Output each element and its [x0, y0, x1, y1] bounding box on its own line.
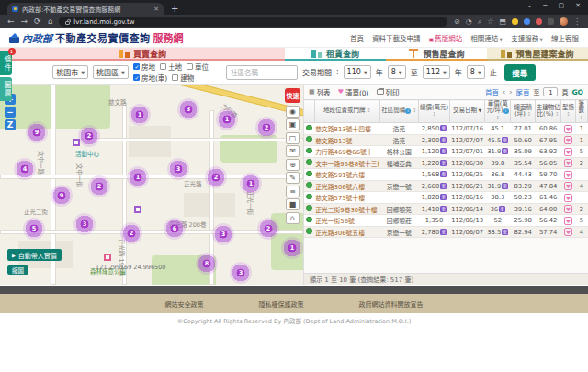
menu-item-線上客服[interactable]: 線上客服	[551, 33, 579, 43]
print-button[interactable]: 列印	[377, 87, 400, 97]
sort-desc-icon[interactable]: ▼	[477, 107, 481, 113]
price-cluster-marker[interactable]: 5	[23, 218, 45, 240]
profile-avatar[interactable]	[560, 17, 568, 26]
price-cluster-marker[interactable]: 9	[51, 185, 73, 207]
price-cluster-marker[interactable]: 3	[230, 262, 252, 284]
price-cluster-marker[interactable]: 1	[216, 108, 238, 130]
last-page-button[interactable]: 尾頁	[515, 87, 529, 97]
price-cluster-marker[interactable]: 3	[167, 158, 189, 180]
checkbox-房地[interactable]: 房地	[133, 62, 155, 72]
locate-on-map-icon[interactable]	[306, 148, 312, 154]
list-view-button[interactable]: ▦ 列表	[309, 87, 331, 97]
address-cell[interactable]: 慈文路813號十四樓	[314, 123, 379, 135]
zoom-out-button[interactable]: −	[5, 107, 16, 118]
checkbox-icon[interactable]	[172, 74, 178, 81]
saved-list-button[interactable]: ♥ 清單(0)	[338, 87, 369, 97]
address-cell[interactable]: 力行路469巷66號十一樓	[314, 146, 379, 158]
reload-icon[interactable]: ⟳	[34, 15, 41, 28]
locate-on-map-icon[interactable]	[306, 125, 312, 131]
tab-close-icon[interactable]: ✕	[153, 6, 159, 13]
parking-note-icon[interactable]: 車	[440, 148, 447, 154]
thumbnail-button[interactable]: 縮圖	[7, 265, 28, 275]
menu-icon[interactable]: ≡	[286, 186, 300, 197]
parking-note-icon[interactable]: 車	[440, 160, 447, 166]
favorite-heart-icon[interactable]: ♥	[564, 217, 572, 225]
menu-item-相關連結[interactable]: 相關連結▼	[470, 33, 503, 43]
address-bar[interactable]: lvr.land.moi.gov.tw	[59, 17, 447, 27]
favorite-heart-icon[interactable]: ♥	[564, 159, 572, 167]
column-header-型態[interactable]: 型態 ↕	[561, 100, 575, 123]
history-extension-icon[interactable]: ◔	[466, 17, 472, 26]
month-from-select[interactable]: 8▼	[388, 65, 406, 79]
map-canvas[interactable]: + − Z 快速 ◉▣▢✉⊕✎≡■⌂ ▶ 自動帶入實價 縮圖 121.29916…	[0, 85, 303, 285]
price-cluster-marker[interactable]: 8	[196, 253, 218, 275]
address-cell[interactable]: 正光路306號五樓	[314, 226, 379, 238]
tab-buy-query[interactable]: 買賣查詢	[0, 48, 285, 61]
sort-icon[interactable]: ↕	[432, 111, 436, 117]
favorite-heart-icon[interactable]: ♥	[564, 136, 572, 144]
locate-icon[interactable]: ⊕	[286, 159, 300, 171]
column-header-總面積(坪)[interactable]: 總面積(坪) ↕	[511, 100, 535, 123]
year-from-select[interactable]: 110▼	[344, 65, 371, 79]
favorite-heart-icon[interactable]: ♥	[564, 228, 572, 236]
parking-note-icon[interactable]: 車	[440, 229, 447, 235]
home-icon[interactable]: ⌂	[48, 15, 53, 28]
info-icon[interactable]: i	[503, 108, 509, 114]
address-cell[interactable]: 慈文路813號	[314, 134, 379, 146]
sort-icon[interactable]: ↕	[553, 111, 559, 117]
price-cluster-marker[interactable]: 2	[120, 222, 142, 244]
address-cell[interactable]: 正光路306號六樓	[314, 180, 379, 192]
locate-on-map-icon[interactable]	[306, 182, 312, 188]
go-button[interactable]: GO	[571, 88, 583, 96]
tab-rent-query[interactable]: 租賃查詢	[285, 48, 386, 61]
checkbox-土地[interactable]: 土地	[160, 62, 182, 72]
locate-on-map-icon[interactable]	[306, 159, 312, 165]
column-header-地段位置或門牌[interactable]: 地段位置或門牌 ↕	[314, 100, 379, 123]
landmark-icon[interactable]: ⌂	[286, 212, 300, 224]
locate-on-map-icon[interactable]	[306, 171, 312, 177]
footer-link-政府網站資料開放宣告[interactable]: 政府網站資料開放宣告	[359, 299, 424, 309]
favorite-heart-icon[interactable]: ♥	[564, 205, 572, 213]
bookmark-star-icon[interactable]: ☆	[487, 17, 493, 26]
menu-item-支援服務[interactable]: 支援服務▼	[511, 33, 543, 43]
first-page-button[interactable]: 首頁	[485, 87, 499, 97]
checkbox-icon[interactable]	[160, 63, 166, 70]
back-icon[interactable]: ←	[7, 15, 15, 28]
puzzle-extensions-icon[interactable]: ⬒	[499, 17, 506, 26]
favorite-heart-icon[interactable]: ♥	[564, 182, 572, 190]
locate-on-map-icon[interactable]	[306, 194, 312, 200]
site-logo[interactable]: 內政部 不動產交易實價查詢 服務網	[9, 30, 184, 45]
checkbox-icon[interactable]	[187, 63, 193, 70]
search-button[interactable]: 搜尋	[504, 64, 536, 81]
layers-icon[interactable]: ■	[286, 198, 300, 210]
forward-icon[interactable]: →	[21, 15, 28, 28]
address-cell[interactable]: 慈文路575號十樓	[314, 192, 379, 204]
price-cluster-marker[interactable]: 9	[26, 121, 48, 143]
checkbox-checked-icon[interactable]	[133, 63, 140, 70]
single-transaction-marker[interactable]	[134, 206, 141, 213]
sort-icon[interactable]: ↕	[580, 115, 584, 120]
minimize-button[interactable]: ─	[543, 2, 547, 9]
page-number-input[interactable]: 1	[543, 87, 558, 96]
price-cluster-marker[interactable]: 6	[164, 218, 186, 240]
column-header-單價(萬元/坪)[interactable]: 單價(萬元/坪)i ↕	[484, 100, 511, 123]
extension-yellow-icon[interactable]	[512, 18, 518, 25]
menu-item-舊版網站[interactable]: 舊版網站	[429, 33, 463, 43]
price-cluster-marker[interactable]: 4	[14, 158, 36, 180]
column-header-社區簡稱[interactable]: 社區簡稱i ↕	[379, 100, 418, 123]
sort-icon[interactable]: ↕	[495, 115, 500, 120]
sort-icon[interactable]: ↕	[566, 111, 571, 117]
tab-search-icon[interactable]: ⌄	[526, 2, 532, 9]
district-select[interactable]: 桃園區▼	[93, 65, 129, 79]
price-cluster-marker[interactable]: 3	[74, 213, 96, 235]
parking-note-icon[interactable]: 車	[440, 206, 447, 212]
quick-map-button[interactable]: 快速	[285, 88, 300, 103]
checkbox-房地(車)[interactable]: 房地(車)	[133, 73, 167, 83]
parking-note-icon[interactable]: 車	[502, 229, 508, 235]
tab-presale-query[interactable]: 預售屋查詢	[386, 48, 487, 61]
address-cell[interactable]: 文中一路95巷8號十三樓	[314, 157, 379, 169]
menu-item-資料下載及申請[interactable]: 資料下載及申請	[372, 33, 421, 43]
price-cluster-marker[interactable]: 1	[127, 166, 149, 188]
single-transaction-marker[interactable]	[73, 139, 80, 146]
footer-link-隱私權保護政策[interactable]: 隱私權保護政策	[259, 299, 304, 309]
